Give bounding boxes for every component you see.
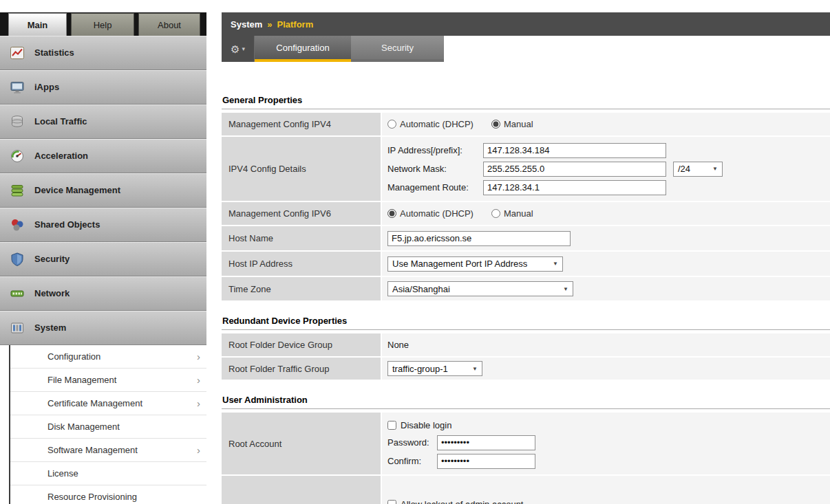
sidebar-item-system[interactable]: System xyxy=(0,311,206,345)
time-zone-select[interactable]: Asia/Shanghai ▼ xyxy=(387,281,573,296)
host-name-input[interactable] xyxy=(387,231,571,246)
row-label-root-account: Root Account xyxy=(222,413,381,474)
row-value-root-folder-traffic-group: traffic-group-1 ▼ xyxy=(382,358,830,380)
management-route-input[interactable] xyxy=(483,180,666,195)
submenu-item-disk-management[interactable]: Disk Management xyxy=(10,415,206,439)
breadcrumb-page: Platform xyxy=(277,19,313,30)
submenu-arrow-icon: › xyxy=(197,351,200,362)
row-label-management-config-ipv4: Management Config IPV4 xyxy=(222,113,381,135)
sidebar-item-shared-objects[interactable]: Shared Objects xyxy=(0,208,206,242)
network-mask-input[interactable] xyxy=(483,162,666,177)
row-host-ip-address: Host IP Address Use Management Port IP A… xyxy=(222,252,830,276)
submenu-arrow-icon: › xyxy=(197,375,200,385)
mgmt-ipv4-manual-option[interactable]: Manual xyxy=(491,119,533,129)
management-route-label: Management Route: xyxy=(387,182,483,193)
submenu-item-configuration[interactable]: Configuration › xyxy=(10,345,206,369)
main-content: General Properties Management Config IPV… xyxy=(222,62,830,504)
root-confirm-field-row: Confirm: xyxy=(387,452,535,470)
sidebar-item-iapps[interactable]: iApps xyxy=(0,70,206,105)
row-value-host-ip-address: Use Management Port IP Address ▼ xyxy=(382,252,830,276)
disable-login-option[interactable]: Disable login xyxy=(387,417,451,433)
gear-icon: ⚙ xyxy=(231,44,240,54)
host-ip-address-value: Use Management Port IP Address xyxy=(392,259,527,269)
breadcrumb-separator-icon: » xyxy=(267,19,272,30)
row-value-time-zone: Asia/Shanghai ▼ xyxy=(382,277,830,300)
mgmt-ipv6-manual-option[interactable]: Manual xyxy=(491,208,533,219)
radio-label: Automatic (DHCP) xyxy=(400,208,473,219)
sidebar-item-label: Security xyxy=(34,254,70,264)
shared-objects-icon xyxy=(9,217,25,232)
row-value-root-account: Disable login Password: Confirm: xyxy=(382,413,830,474)
sidebar-item-label: iApps xyxy=(34,82,59,92)
section-user-administration: User Administration Root Account Disable… xyxy=(222,395,830,504)
disable-login-checkbox[interactable] xyxy=(387,421,396,430)
mgmt-ipv4-automatic-option[interactable]: Automatic (DHCP) xyxy=(387,119,473,129)
sidebar-nav: Statistics iApps Local Traffic Accelerat… xyxy=(0,36,206,345)
tab-help[interactable]: Help xyxy=(71,13,134,36)
admin-lockout-option[interactable]: Allow lockout of admin account xyxy=(387,496,523,504)
mgmt-ipv6-manual-radio[interactable] xyxy=(491,209,500,218)
row-ipv4-config-details: IPV4 Config Details IP Address[/prefix]:… xyxy=(222,137,830,201)
submenu-item-license[interactable]: License xyxy=(10,462,206,485)
sidebar-item-security[interactable]: Security xyxy=(0,242,206,276)
mgmt-ipv6-automatic-radio[interactable] xyxy=(387,209,396,218)
submenu-item-resource-provisioning[interactable]: Resource Provisioning xyxy=(10,485,206,504)
root-confirm-input[interactable] xyxy=(437,454,535,469)
tab-about[interactable]: About xyxy=(138,13,200,36)
device-group-value: None xyxy=(387,340,409,350)
row-label-root-folder-traffic-group: Root Folder Traffic Group xyxy=(222,358,381,380)
network-icon xyxy=(9,286,25,301)
row-root-account: Root Account Disable login Password: Con… xyxy=(222,413,830,474)
tab-configuration[interactable]: Configuration xyxy=(255,36,351,62)
breadcrumb-section: System xyxy=(231,19,262,30)
sidebar-item-acceleration[interactable]: Acceleration xyxy=(0,139,206,173)
radio-label: Manual xyxy=(504,119,533,129)
mgmt-ipv6-automatic-option[interactable]: Automatic (DHCP) xyxy=(387,208,473,219)
content-tabbar: ⚙ ▾ Configuration Security xyxy=(222,36,444,62)
tab-security[interactable]: Security xyxy=(351,36,444,62)
submenu-item-label: Resource Provisioning xyxy=(47,492,137,502)
row-admin-account: Admin Account Allow lockout of admin acc… xyxy=(222,476,830,504)
sidebar-item-statistics[interactable]: Statistics xyxy=(0,36,206,70)
security-shield-icon xyxy=(9,252,25,267)
submenu-item-file-management[interactable]: File Management › xyxy=(10,369,206,392)
row-host-name: Host Name xyxy=(222,226,830,250)
row-value-admin-account: Allow lockout of admin account Password: xyxy=(382,476,830,504)
row-label-ipv4-config-details: IPV4 Config Details xyxy=(222,137,381,201)
root-password-label: Password: xyxy=(387,437,437,448)
mgmt-ipv4-manual-radio[interactable] xyxy=(491,120,500,129)
mask-prefix-select[interactable]: /24 ▼ xyxy=(673,162,723,177)
root-confirm-label: Confirm: xyxy=(387,456,437,466)
row-value-ipv4-config-details: IP Address[/prefix]: Network Mask: /24 ▼… xyxy=(382,137,830,201)
sidebar-item-device-management[interactable]: Device Management xyxy=(0,173,206,208)
row-label-management-config-ipv6: Management Config IPV6 xyxy=(222,202,381,225)
ip-address-input[interactable] xyxy=(483,143,666,158)
system-icon xyxy=(9,320,25,336)
system-submenu: Configuration › File Management › Certif… xyxy=(9,345,206,504)
row-value-root-folder-device-group: None xyxy=(382,333,830,356)
sidebar-item-network[interactable]: Network xyxy=(0,276,206,311)
host-ip-address-select[interactable]: Use Management Port IP Address ▼ xyxy=(387,256,563,272)
sidebar-item-label: Network xyxy=(34,288,70,298)
radio-label: Automatic (DHCP) xyxy=(400,119,473,129)
admin-lockout-checkbox[interactable] xyxy=(387,500,396,504)
checkbox-label: Disable login xyxy=(401,420,451,430)
dropdown-arrow-icon: ▼ xyxy=(563,286,568,292)
sidebar-item-label: Acceleration xyxy=(34,151,88,161)
sidebar-item-label: Statistics xyxy=(34,47,74,58)
row-label-time-zone: Time Zone xyxy=(222,277,381,300)
sidebar-item-local-traffic[interactable]: Local Traffic xyxy=(0,105,206,139)
section-title-general-properties: General Properties xyxy=(222,95,830,109)
sidebar-item-label: Local Traffic xyxy=(34,116,87,127)
traffic-group-select[interactable]: traffic-group-1 ▼ xyxy=(387,361,482,376)
submenu-item-software-management[interactable]: Software Management › xyxy=(10,439,206,462)
section-title-redundant-device-properties: Redundant Device Properties xyxy=(222,316,830,330)
mgmt-ipv4-automatic-radio[interactable] xyxy=(387,120,396,129)
tab-main[interactable]: Main xyxy=(8,13,67,36)
dropdown-arrow-icon: ▼ xyxy=(712,166,718,172)
root-password-input[interactable] xyxy=(437,435,535,450)
section-general-properties: General Properties Management Config IPV… xyxy=(222,95,830,300)
acceleration-icon xyxy=(9,149,25,164)
submenu-item-certificate-management[interactable]: Certificate Management › xyxy=(10,392,206,415)
options-menu-button[interactable]: ⚙ ▾ xyxy=(222,36,255,62)
